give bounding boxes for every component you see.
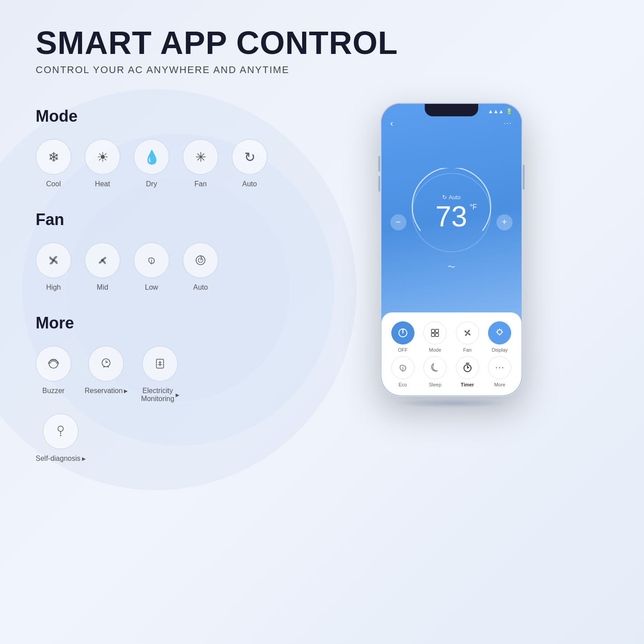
status-icons: ▲▲▲ 🔋 bbox=[488, 108, 513, 115]
mode-item-heat[interactable]: ☀ Heat bbox=[85, 139, 120, 188]
phone-display: ▲▲▲ 🔋 ‹ ··· bbox=[381, 104, 521, 395]
auto-icon: ↻ bbox=[442, 194, 447, 201]
phone-screen: ▲▲▲ 🔋 ‹ ··· bbox=[381, 104, 521, 395]
mode-section: Mode ❄ Cool ☀ Heat 💧 Dry ✳ Fan ↻ Auto bbox=[36, 107, 267, 188]
phone-btn-eco[interactable]: Eco bbox=[389, 356, 418, 387]
fan-label-auto: Auto bbox=[193, 283, 208, 291]
mode-item-auto[interactable]: ↻ Auto bbox=[232, 139, 267, 188]
phone-btn-label-eco: Eco bbox=[398, 382, 407, 387]
svg-rect-18 bbox=[431, 333, 435, 336]
svg-rect-19 bbox=[435, 333, 439, 336]
mode-icon-auto: ↻ bbox=[232, 139, 267, 175]
mode-display: ↻ Auto bbox=[442, 194, 461, 201]
phone-container: ▲▲▲ 🔋 ‹ ··· bbox=[267, 103, 608, 617]
phone-btn-off[interactable]: OFF bbox=[389, 321, 418, 353]
mode-label-auto: Auto bbox=[242, 180, 257, 188]
mode-item-fan[interactable]: ✳ Fan bbox=[183, 139, 218, 188]
fan-item-high[interactable]: High bbox=[36, 242, 71, 291]
phone-btn-sleep[interactable]: Sleep bbox=[421, 356, 450, 387]
back-button[interactable]: ‹ bbox=[390, 118, 394, 128]
arrow-icon-electricity: ▶ bbox=[176, 392, 179, 398]
svg-point-1 bbox=[102, 259, 104, 262]
phone-btn-icon-mode bbox=[423, 321, 447, 345]
svg-point-10 bbox=[58, 426, 63, 431]
fan-label-high: High bbox=[46, 283, 61, 291]
fan-icon-low bbox=[134, 242, 169, 278]
more-item-buzzer[interactable]: Buzzer bbox=[36, 346, 71, 403]
mode-text: Auto bbox=[449, 194, 461, 201]
phone-btn-label-fan: Fan bbox=[463, 347, 472, 353]
mode-icon-cool: ❄ bbox=[36, 139, 71, 175]
mode-title: Mode bbox=[36, 107, 267, 126]
fan-icon-auto bbox=[183, 242, 218, 278]
control-grid-1: OFF Mode Fan Display bbox=[389, 321, 514, 353]
more-row2: Self-diagnosis ▶ bbox=[36, 414, 267, 463]
decrease-temp-button[interactable]: − bbox=[390, 214, 406, 230]
more-row1: Buzzer Reservation▶ ElectricityMonitorin… bbox=[36, 346, 267, 403]
phone-btn-timer[interactable]: Timer bbox=[453, 356, 482, 387]
svg-point-28 bbox=[499, 367, 500, 369]
more-item-reservation[interactable]: Reservation▶ bbox=[85, 346, 127, 403]
fan-icon-mid bbox=[85, 242, 120, 278]
phone-btn-label-sleep: Sleep bbox=[429, 382, 441, 387]
mode-icon-dry: 💧 bbox=[134, 139, 169, 175]
volume-down-button bbox=[378, 176, 380, 192]
phone-btn-label-timer: Timer bbox=[461, 382, 474, 387]
mode-label-cool: Cool bbox=[46, 180, 61, 188]
phone-reflection bbox=[394, 399, 509, 408]
self-diagnosis-icon bbox=[43, 414, 78, 449]
wifi-icon: ▲▲▲ bbox=[488, 108, 504, 115]
phone-btn-display[interactable]: Display bbox=[485, 321, 514, 353]
phone-btn-more[interactable]: More bbox=[485, 356, 514, 387]
temp-display: 73 °F bbox=[435, 202, 467, 231]
phone-notch bbox=[425, 104, 478, 116]
phone-navbar: ‹ ··· bbox=[381, 115, 521, 132]
svg-point-12 bbox=[60, 435, 61, 436]
fan-icon-high bbox=[36, 242, 71, 278]
content-split: Mode ❄ Cool ☀ Heat 💧 Dry ✳ Fan ↻ Auto Fa… bbox=[36, 103, 608, 617]
phone-btn-mode[interactable]: Mode bbox=[421, 321, 450, 353]
more-menu-button[interactable]: ··· bbox=[504, 119, 512, 127]
more-section: More Buzzer Reservation▶ ElectricityMoni… bbox=[36, 314, 267, 463]
mode-item-cool[interactable]: ❄ Cool bbox=[36, 139, 71, 188]
phone-btn-fan[interactable]: Fan bbox=[453, 321, 482, 353]
fan-item-mid[interactable]: Mid bbox=[85, 242, 120, 291]
page-container: SMART APP CONTROL CONTROL YOUR AC ANYWHE… bbox=[0, 0, 644, 644]
phone-btn-icon-display bbox=[488, 321, 511, 345]
phone-btn-icon-fan bbox=[456, 321, 479, 345]
svg-point-29 bbox=[502, 367, 504, 369]
page-title: SMART APP CONTROL bbox=[36, 27, 608, 59]
mode-label-heat: Heat bbox=[95, 180, 110, 188]
fan-item-low[interactable]: Low bbox=[134, 242, 169, 291]
phone-btn-label-mode: Mode bbox=[429, 347, 441, 353]
mode-label-fan: Fan bbox=[194, 180, 207, 188]
phone-btn-icon-timer bbox=[456, 356, 479, 379]
bottom-panel: OFF Mode Fan Display Eco Sleep Timer Mor… bbox=[381, 312, 521, 395]
mode-icon-heat: ☀ bbox=[85, 139, 120, 175]
control-grid-2: Eco Sleep Timer More bbox=[389, 356, 514, 387]
more-item-self-diagnosis[interactable]: Self-diagnosis ▶ bbox=[36, 414, 86, 463]
increase-temp-button[interactable]: + bbox=[496, 214, 513, 230]
fan-indicator: 〜 bbox=[447, 262, 455, 272]
fan-section: Fan High Mid Low Auto bbox=[36, 210, 267, 291]
temp-unit: °F bbox=[470, 203, 477, 211]
more-title: More bbox=[36, 314, 267, 332]
mode-item-dry[interactable]: 💧 Dry bbox=[134, 139, 169, 188]
fan-label-mid: Mid bbox=[97, 283, 108, 291]
more-item-electricity[interactable]: ElectricityMonitoring▶ bbox=[141, 346, 179, 403]
phone-btn-icon-sleep bbox=[423, 356, 447, 379]
svg-rect-16 bbox=[431, 329, 435, 332]
left-panel: Mode ❄ Cool ☀ Heat 💧 Dry ✳ Fan ↻ Auto Fa… bbox=[36, 103, 267, 617]
phone-btn-label-display: Display bbox=[492, 347, 508, 353]
mode-icon-fan: ✳ bbox=[183, 139, 218, 175]
svg-point-0 bbox=[53, 259, 55, 262]
temp-area: − + ↻ bbox=[381, 132, 521, 312]
fan-item-auto[interactable]: Auto bbox=[183, 242, 218, 291]
arrow-icon-reservation: ▶ bbox=[124, 388, 127, 394]
fan-icon-row: High Mid Low Auto bbox=[36, 242, 267, 291]
svg-point-27 bbox=[496, 367, 497, 369]
battery-icon: 🔋 bbox=[506, 108, 513, 115]
more-label-buzzer: Buzzer bbox=[42, 387, 65, 395]
mode-icon-row: ❄ Cool ☀ Heat 💧 Dry ✳ Fan ↻ Auto bbox=[36, 139, 267, 188]
more-label-electricity: ElectricityMonitoring▶ bbox=[141, 387, 179, 403]
